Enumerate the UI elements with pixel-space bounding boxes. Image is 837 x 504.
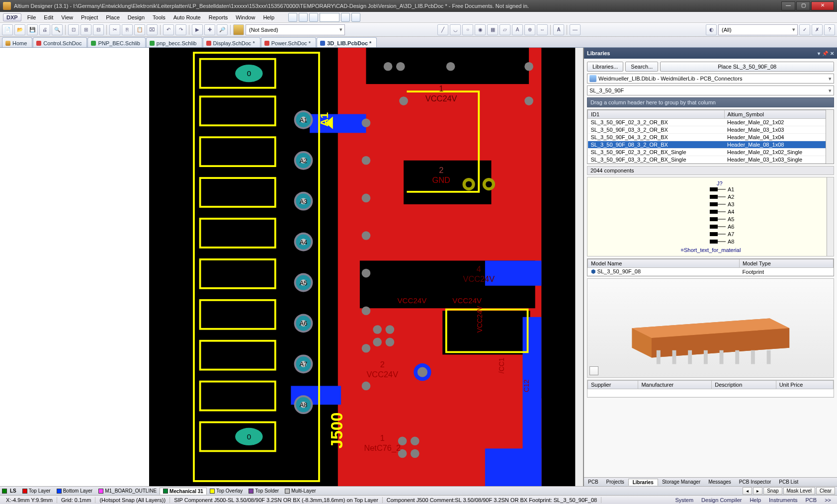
status-system[interactable]: System — [671, 497, 697, 503]
col-model-type[interactable]: Model Type — [740, 259, 834, 268]
layer-nav-right[interactable]: ▸ — [753, 487, 762, 495]
zoom-area-button[interactable]: ⊞ — [81, 24, 91, 35]
zoom-fit-button[interactable]: ⊡ — [68, 24, 79, 35]
panel-close-icon[interactable]: ✕ — [830, 51, 834, 56]
menu-file[interactable]: File — [23, 13, 40, 22]
filter-apply-button[interactable]: ✓ — [799, 24, 810, 35]
component-row[interactable]: SL_3_50_90F_02_3_2_OR_BXHeader_Male_02_1… — [588, 119, 834, 126]
clear-button[interactable]: Clear — [816, 487, 835, 495]
rubber-button[interactable]: ⌧ — [147, 24, 158, 35]
model-grid[interactable]: Model NameModel Type ⬢ SL_3_50_90F_08Foo… — [587, 258, 834, 276]
panel-tab[interactable]: PCB List — [775, 479, 802, 485]
menu-help[interactable]: Help — [259, 13, 278, 22]
pcb-scroll-v[interactable] — [575, 48, 583, 486]
grid-scroll-v[interactable] — [826, 110, 834, 164]
place-track-button[interactable]: ╱ — [437, 24, 448, 35]
print-button[interactable]: 🖨 — [39, 24, 50, 35]
symbol-scroll[interactable] — [827, 177, 834, 256]
zoom-sel-button[interactable]: ⊟ — [93, 24, 104, 35]
grid-button[interactable] — [288, 13, 297, 22]
libraries-panel-title[interactable]: Libraries ▾ 📌 ✕ — [584, 48, 837, 59]
layer-tab[interactable]: Mechanical 31 — [160, 488, 207, 495]
maximize-button[interactable]: ▢ — [796, 1, 810, 10]
layer-tab[interactable]: Multi-Layer — [282, 488, 319, 495]
filter-clear-button[interactable]: ✗ — [812, 24, 823, 35]
component-row[interactable]: SL_3_50_90F_03_3_2_OR_BX_SingleHeader_Ma… — [588, 156, 834, 164]
place-string-button[interactable]: A — [512, 24, 523, 35]
tab-control[interactable]: Control.SchDoc — [33, 37, 87, 47]
menu-window[interactable]: Window — [232, 13, 259, 22]
layer-tab[interactable]: Bottom Layer — [54, 488, 95, 495]
panel-tab[interactable]: Messages — [704, 479, 735, 485]
status-instruments[interactable]: Instruments — [765, 497, 801, 503]
col-manufacturer[interactable]: Manufacturer — [638, 381, 712, 389]
pcb-editor[interactable]: SL_3_50_90F_08 — [0, 48, 584, 486]
menu-view[interactable]: View — [57, 13, 77, 22]
mask-button[interactable]: ◐ — [706, 24, 717, 35]
place-via-button[interactable]: ◉ — [475, 24, 486, 35]
panel-tab[interactable]: Storage Manager — [658, 479, 704, 485]
place-fill-button[interactable]: ▦ — [487, 24, 498, 35]
col-unit-price[interactable]: Unit Price — [776, 381, 833, 389]
library-filter-combo[interactable]: SL_3_50_90F — [587, 85, 834, 95]
library-db-combo[interactable]: Weidmueller_LIB.DbLib - WeidmüllerLib - … — [587, 74, 834, 84]
component-row[interactable]: SL_3_50_90F_04_3_2_OR_BXHeader_Male_04_1… — [588, 134, 834, 141]
col-description[interactable]: Description — [712, 381, 776, 389]
text-a-button[interactable]: A — [553, 24, 564, 35]
altium-button[interactable] — [233, 24, 244, 35]
symbol-preview[interactable]: J? A1A2A3A4A5A6A7A8 =Short_text_for_mate… — [587, 177, 834, 256]
paste-button[interactable]: 📋 — [134, 24, 145, 35]
panel-pin-icon[interactable]: 📌 — [822, 51, 828, 56]
component-row[interactable]: SL_3_50_90F_03_3_2_OR_BXHeader_Male_03_1… — [588, 126, 834, 134]
run-button[interactable]: ▶ — [192, 24, 203, 35]
tab-pnpbec[interactable]: PNP_BEC.Schlib — [87, 37, 145, 47]
model-3d-preview[interactable] — [587, 278, 834, 378]
panel-tab[interactable]: Libraries — [628, 479, 658, 486]
help-button[interactable]: ? — [824, 24, 835, 35]
component-grid[interactable]: ID1Altium_Symbol SL_3_50_90F_02_3_2_OR_B… — [587, 109, 834, 164]
panel-tab[interactable]: PCB Inspector — [735, 479, 775, 485]
mask-level-button[interactable]: Mask Level — [783, 487, 816, 495]
filter-combo[interactable]: (All) — [718, 24, 798, 35]
pcb-canvas[interactable]: 0 0 A1A2A3A4A5A6A7A8 — [149, 48, 583, 486]
menu-edit[interactable]: Edit — [40, 13, 57, 22]
ls-label[interactable]: LS — [7, 488, 19, 494]
status-pcb[interactable]: PCB — [802, 497, 821, 503]
ls-swatch[interactable] — [2, 489, 7, 494]
zoom-combo[interactable] — [320, 13, 339, 22]
preview-button[interactable]: 🔍 — [52, 24, 63, 35]
menu-tools[interactable]: Tools — [149, 13, 169, 22]
layer-tab[interactable]: Top Layer — [19, 488, 54, 495]
panel-tab[interactable]: PCB — [584, 479, 602, 485]
saved-combo[interactable]: (Not Saved) — [246, 24, 345, 35]
supplier-grid[interactable]: Supplier Manufacturer Description Unit P… — [587, 380, 834, 398]
cut-button[interactable]: ✂ — [109, 24, 120, 35]
component-row[interactable]: SL_3_50_90F_04_3_2_OR_BX_SingleHeader_Ma… — [588, 164, 834, 165]
menu-place[interactable]: Place — [102, 13, 124, 22]
group-hint[interactable]: Drag a column header here to group by th… — [587, 97, 834, 107]
component-row[interactable]: SL_3_50_90F_08_3_2_OR_BXHeader_Male_08_1… — [588, 141, 834, 149]
place-arc-button[interactable]: ◡ — [450, 24, 461, 35]
a-button[interactable] — [341, 13, 350, 22]
panel-tab[interactable]: Projects — [602, 479, 628, 485]
close-button[interactable]: ✕ — [811, 1, 834, 10]
tab-power[interactable]: Power.SchDoc * — [261, 37, 316, 47]
menu-reports[interactable]: Reports — [205, 13, 232, 22]
component-row[interactable]: SL_3_50_90F_02_3_2_OR_BX_SingleHeader_Ma… — [588, 149, 834, 156]
place-comp-button[interactable]: ⊕ — [524, 24, 535, 35]
redo-button[interactable]: ↷ — [175, 24, 186, 35]
open-button[interactable]: 📂 — [14, 24, 25, 35]
col-supplier[interactable]: Supplier — [588, 381, 638, 389]
new-button[interactable]: 📄 — [2, 24, 13, 35]
undo-button[interactable]: ↶ — [163, 24, 174, 35]
menu-design[interactable]: Design — [124, 13, 149, 22]
col-id1[interactable]: ID1 — [588, 110, 725, 119]
place-pad-button[interactable]: ○ — [462, 24, 473, 35]
status-more[interactable]: >> — [821, 497, 835, 503]
tab-pnpbecc[interactable]: pnp_becc.Schlib — [146, 37, 202, 47]
minimize-button[interactable]: — — [781, 1, 795, 10]
place-dim-button[interactable]: ↔ — [537, 24, 548, 35]
tab-display[interactable]: Display.SchDoc * — [203, 37, 260, 47]
menu-autoroute[interactable]: Auto Route — [169, 13, 205, 22]
snap-button[interactable]: Snap — [763, 487, 782, 495]
